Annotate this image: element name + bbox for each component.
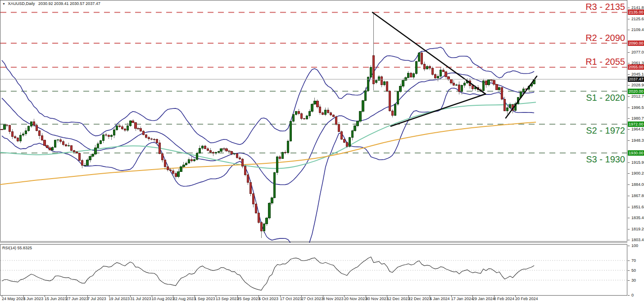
rsi-scale-label: 70: [631, 258, 636, 263]
date-label: 5 Jan 2024: [430, 297, 450, 301]
date-label: 29 Jan 2024: [472, 297, 495, 301]
price-tick-label: 1835.40: [631, 216, 644, 220]
date-label: 27 Jun 2023: [66, 297, 89, 301]
rsi-indicator-label: RSI(14) 55.8325: [2, 246, 32, 250]
rsi-scale-label: 100: [631, 243, 638, 248]
price-badge-s2: 1972.00: [628, 121, 644, 127]
price-tick: [628, 85, 630, 85]
price-tick-label: 2028.90: [631, 83, 644, 87]
date-label: 5 Jun 2023: [23, 297, 44, 301]
price-tick-label: 1884.00: [631, 182, 644, 187]
price-badge-r1: 2055.00: [628, 64, 644, 70]
chart-title-bar[interactable]: ▼ XAUUSD,Daily 2030.92 2039.41 2030.57 2…: [2, 1, 100, 6]
price-tick: [628, 30, 630, 30]
rsi-scale-tick: [628, 261, 630, 261]
price-tick-label: 1996.50: [631, 105, 644, 110]
current-price-badge: 2037.47: [628, 76, 644, 82]
date-label: 10 Aug 2023: [152, 297, 175, 301]
price-tick-label: 1851.60: [631, 205, 644, 209]
price-tick: [628, 108, 630, 108]
sr-level-label-s1: S1 - 2020: [586, 93, 625, 103]
price-tick-label: 2125.65: [631, 17, 644, 21]
date-label: 8 Feb 2024: [494, 297, 515, 301]
price-tick: [628, 184, 630, 185]
rsi-scale-tick: [628, 246, 630, 246]
rsi-scale-tick: [628, 280, 630, 281]
date-label: 25 Sep 2023: [237, 297, 260, 301]
date-label: 30 Nov 2023: [366, 297, 389, 301]
price-tick: [628, 19, 630, 19]
date-label: 8 Nov 2023: [323, 297, 344, 301]
price-badge-r3: 2135.00: [628, 9, 644, 15]
price-tick-label: 1980.75: [631, 116, 644, 121]
date-label: 12 Dec 2023: [387, 297, 410, 301]
date-label: 27 Oct 2023: [301, 297, 323, 301]
trading-terminal-chart: R3 - 2135R2 - 2090R1 - 2055S1 - 2020S2 -…: [0, 0, 644, 301]
sr-level-label-s2: S2 - 1972: [586, 126, 625, 135]
price-tick-label: 2045.10: [631, 72, 644, 76]
date-label: 1 Sep 2023: [195, 297, 215, 301]
price-tick-label: 2109.45: [631, 27, 644, 32]
panel-separator[interactable]: [0, 243, 627, 243]
sr-level-label-r3: R3 - 2135: [585, 2, 625, 12]
rsi-line: [2, 257, 534, 290]
price-tick: [628, 74, 630, 75]
price-tick-label: 1948.35: [631, 138, 644, 143]
price-tick: [628, 240, 630, 240]
trendline-3[interactable]: [506, 76, 537, 118]
date-label: 31 Jul 2023: [130, 297, 151, 301]
trendline-1[interactable]: [372, 12, 485, 94]
date-label: 22 Aug 2023: [173, 297, 196, 301]
price-tick-label: 1964.55: [631, 127, 644, 131]
date-label: 20 Nov 2023: [344, 297, 367, 301]
rsi-scale-label: 50: [631, 268, 636, 273]
price-badge-s1: 2020.00: [628, 89, 644, 94]
main-chart-canvas[interactable]: R3 - 2135R2 - 2090R1 - 2055S1 - 2020S2 -…: [0, 0, 627, 243]
price-badge-r2: 2090.00: [628, 40, 644, 46]
rsi-indicator-canvas[interactable]: [0, 244, 627, 296]
rsi-scale-tick: [628, 295, 630, 296]
price-tick: [628, 118, 630, 119]
date-label: 22 Dec 2023: [408, 297, 431, 301]
rsi-scale-label: 0: [631, 293, 634, 297]
price-tick: [628, 173, 630, 174]
date-label: 7 Jul 2023: [87, 297, 106, 301]
price-tick-label: 1819.20: [631, 227, 644, 231]
price-tick: [628, 129, 630, 130]
date-label: 19 Jul 2023: [109, 297, 130, 301]
ohlc-readout: 2030.92 2039.41 2030.57 2037.47: [38, 1, 100, 6]
date-label: 17 Jan 2024: [451, 297, 474, 301]
date-label: 17 Oct 2023: [280, 297, 302, 301]
price-tick-label: 1867.80: [631, 193, 644, 198]
symbol-dropdown-icon[interactable]: ▼: [2, 2, 5, 5]
trendline-2[interactable]: [391, 94, 485, 126]
price-tick-label: 1915.95: [631, 160, 644, 165]
date-label: 20 Feb 2024: [515, 297, 538, 301]
price-tick: [628, 52, 630, 53]
price-tick-label: 2077.05: [631, 50, 644, 54]
date-label: 15 Jun 2023: [45, 297, 67, 301]
price-tick: [628, 63, 630, 63]
price-tick: [628, 162, 630, 163]
symbol-period-label: XAUUSD,Daily: [8, 1, 35, 6]
price-tick-label: 2012.70: [631, 94, 644, 99]
price-tick: [628, 229, 630, 229]
sr-level-label-s3: S3 - 1930: [586, 154, 625, 164]
rsi-scale-label: 30: [631, 278, 636, 283]
sr-level-label-r2: R2 - 2090: [585, 33, 625, 43]
sr-level-label-r1: R1 - 2055: [585, 57, 625, 67]
price-tick: [628, 196, 630, 196]
price-tick: [628, 218, 630, 218]
date-label: 13 Sep 2023: [216, 297, 239, 301]
price-tick-label: 1900.20: [631, 171, 644, 175]
price-scale[interactable]: 2141.852125.652109.452077.052061.302045.…: [628, 0, 644, 301]
price-tick: [628, 8, 630, 8]
time-scale[interactable]: 24 May 20235 Jun 202315 Jun 202327 Jun 2…: [0, 296, 628, 301]
price-badge-s3: 1930.00: [628, 150, 644, 156]
price-tick: [628, 207, 630, 207]
candlestick-series: [1, 12, 535, 238]
rsi-scale-tick: [628, 270, 630, 271]
price-tick-label: 1803.45: [631, 238, 644, 242]
price-tick: [628, 96, 630, 97]
price-tick: [628, 140, 630, 141]
